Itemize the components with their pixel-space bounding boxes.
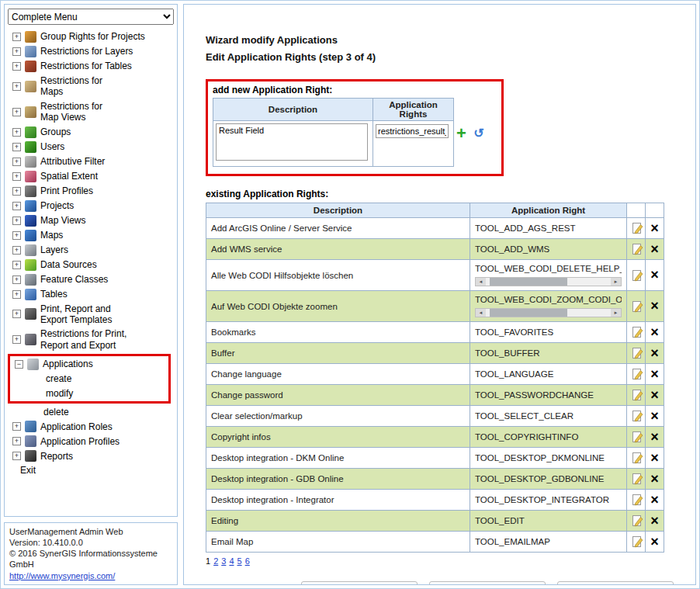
edit-button[interactable] xyxy=(632,368,640,380)
sidebar-item-reports[interactable]: +Reports xyxy=(8,449,174,463)
delete-button[interactable]: × xyxy=(650,223,659,234)
edit-button[interactable] xyxy=(632,494,640,506)
edit-button[interactable] xyxy=(632,535,640,548)
sidebar-item-feature-classes[interactable]: +Feature Classes xyxy=(8,272,174,287)
expand-toggle-icon[interactable]: + xyxy=(12,275,21,284)
expand-toggle-icon[interactable]: + xyxy=(12,437,21,445)
sidebar-item-print-profiles[interactable]: +Print Profiles xyxy=(8,184,174,199)
horizontal-scrollbar[interactable]: ◄► xyxy=(475,308,622,317)
expand-toggle-icon[interactable]: + xyxy=(12,217,21,225)
delete-button[interactable]: × xyxy=(650,369,659,380)
expand-toggle-icon[interactable]: + xyxy=(12,47,21,56)
expand-toggle-icon[interactable]: − xyxy=(15,360,23,369)
expand-toggle-icon[interactable]: + xyxy=(12,310,21,318)
undo-icon[interactable]: ↺ xyxy=(473,126,483,140)
expand-toggle-icon[interactable]: + xyxy=(12,108,21,116)
expand-toggle-icon[interactable]: + xyxy=(12,452,21,460)
sidebar-item-restrictions-for-layers[interactable]: +Restrictions for Layers xyxy=(8,44,174,59)
cancel-button[interactable]: Cancel xyxy=(557,581,674,585)
expand-toggle-icon[interactable]: + xyxy=(12,261,21,269)
sidebar-item-exit[interactable]: Exit xyxy=(8,463,174,477)
application-right-input[interactable] xyxy=(376,124,449,138)
page-number-link[interactable]: 6 xyxy=(245,556,250,566)
sidebar-item-restrictions-for-map-views[interactable]: +Restrictions for Map Views xyxy=(8,99,174,125)
edit-button[interactable] xyxy=(632,269,640,282)
delete-button[interactable]: × xyxy=(650,327,659,338)
edit-button[interactable] xyxy=(632,389,640,401)
scroll-right-icon[interactable]: ► xyxy=(611,278,621,286)
website-link[interactable]: http://www.mysynergis.com/ xyxy=(9,571,115,580)
sidebar-item-restrictions-for-maps[interactable]: +Restrictions for Maps xyxy=(8,74,174,99)
sidebar-item-groups[interactable]: +Groups xyxy=(8,125,174,140)
expand-toggle-icon[interactable]: + xyxy=(12,187,21,196)
add-icon[interactable]: + xyxy=(456,123,466,143)
page-number-link[interactable]: 3 xyxy=(221,556,226,566)
horizontal-scrollbar[interactable]: ◄► xyxy=(475,277,622,286)
next-button[interactable]: Next xyxy=(429,581,546,585)
expand-toggle-icon[interactable]: + xyxy=(12,62,21,71)
description-input[interactable]: Result Field xyxy=(216,123,368,161)
scroll-left-icon[interactable]: ◄ xyxy=(476,309,486,317)
edit-button[interactable] xyxy=(632,300,640,313)
delete-button[interactable]: × xyxy=(650,452,659,464)
page-number-link[interactable]: 5 xyxy=(237,556,242,566)
delete-button[interactable]: × xyxy=(650,269,659,281)
delete-button[interactable]: × xyxy=(650,515,659,527)
edit-button[interactable] xyxy=(632,410,640,422)
sidebar-item-create[interactable]: create xyxy=(10,372,168,386)
sidebar-item-users[interactable]: +Users xyxy=(8,140,174,154)
expand-toggle-icon[interactable]: + xyxy=(12,202,21,210)
sidebar-item-tables[interactable]: +Tables xyxy=(8,287,174,302)
delete-button[interactable]: × xyxy=(650,411,659,422)
edit-button[interactable] xyxy=(632,222,640,234)
sidebar-item-restrictions-for-tables[interactable]: +Restrictions for Tables xyxy=(8,59,174,74)
sidebar-item-restrictions-for-print-report-and-export[interactable]: +Restrictions for Print, Report and Expo… xyxy=(8,327,174,352)
sidebar-item-spatial-extent[interactable]: +Spatial Extent xyxy=(8,169,174,184)
page-number-link[interactable]: 2 xyxy=(213,556,218,566)
page-number-link[interactable]: 4 xyxy=(229,556,234,566)
scrollbar-thumb[interactable] xyxy=(490,278,567,286)
sidebar-item-maps[interactable]: +Maps xyxy=(8,228,174,243)
sidebar-item-print-report-and-export-templates[interactable]: +Print, Report and Export Templates xyxy=(8,302,174,327)
expand-toggle-icon[interactable]: + xyxy=(12,158,21,166)
sidebar-item-projects[interactable]: +Projects xyxy=(8,199,174,213)
scroll-right-icon[interactable]: ► xyxy=(611,309,621,317)
expand-toggle-icon[interactable]: + xyxy=(12,290,21,299)
expand-toggle-icon[interactable]: + xyxy=(12,246,21,255)
delete-button[interactable]: × xyxy=(650,494,659,506)
sidebar-item-attributive-filter[interactable]: +Attributive Filter xyxy=(8,154,174,169)
edit-button[interactable] xyxy=(632,515,640,527)
expand-toggle-icon[interactable]: + xyxy=(12,33,21,41)
edit-button[interactable] xyxy=(632,347,640,359)
delete-button[interactable]: × xyxy=(650,300,659,312)
sidebar-item-map-views[interactable]: +Map Views xyxy=(8,213,174,228)
menu-dropdown[interactable]: Complete Menu xyxy=(8,9,174,25)
expand-toggle-icon[interactable]: + xyxy=(12,422,21,431)
delete-button[interactable]: × xyxy=(650,431,659,443)
sidebar-item-application-profiles[interactable]: +Application Profiles xyxy=(8,434,174,449)
expand-toggle-icon[interactable]: + xyxy=(12,172,21,181)
edit-button[interactable] xyxy=(632,452,640,464)
delete-button[interactable]: × xyxy=(650,390,659,401)
expand-toggle-icon[interactable]: + xyxy=(12,128,21,137)
delete-button[interactable]: × xyxy=(650,536,659,548)
expand-toggle-icon[interactable]: + xyxy=(12,82,21,91)
edit-button[interactable] xyxy=(632,473,640,485)
delete-button[interactable]: × xyxy=(650,348,659,359)
expand-toggle-icon[interactable]: + xyxy=(12,143,21,151)
expand-toggle-icon[interactable]: + xyxy=(12,231,21,240)
sidebar-item-delete[interactable]: delete xyxy=(8,405,174,419)
scrollbar-thumb[interactable] xyxy=(490,309,567,317)
sidebar-item-layers[interactable]: +Layers xyxy=(8,243,174,258)
edit-button[interactable] xyxy=(632,243,640,255)
sidebar-item-group-rights-for-projects[interactable]: +Group Rights for Projects xyxy=(8,29,174,44)
edit-button[interactable] xyxy=(632,326,640,338)
sidebar-item-application-roles[interactable]: +Application Roles xyxy=(8,419,174,434)
scroll-left-icon[interactable]: ◄ xyxy=(476,278,486,286)
scrollbar-track[interactable] xyxy=(486,309,611,317)
delete-button[interactable]: × xyxy=(650,473,659,485)
sidebar-item-applications[interactable]: −Applications xyxy=(10,357,168,372)
previous-button[interactable]: Previous xyxy=(301,581,418,585)
delete-button[interactable]: × xyxy=(650,244,659,255)
scrollbar-track[interactable] xyxy=(486,278,611,286)
